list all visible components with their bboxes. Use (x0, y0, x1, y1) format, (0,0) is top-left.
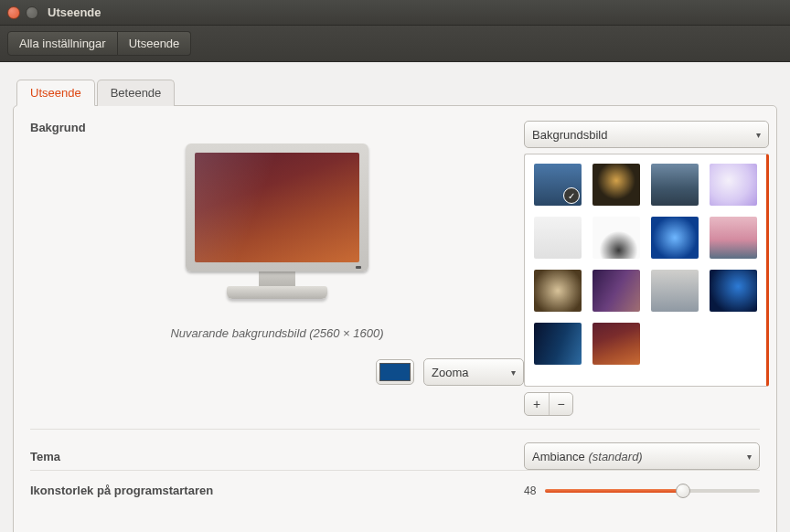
window-title: Utseende (48, 5, 101, 19)
theme-select[interactable]: Ambiance (standard) ▾ (524, 442, 760, 470)
icon-size-label: Ikonstorlek på programstartaren (30, 484, 524, 497)
wallpaper-thumb[interactable] (651, 164, 699, 206)
tabs: Utseende Beteende (16, 79, 777, 105)
wallpaper-source-select[interactable]: Bakgrundsbild ▾ (524, 121, 769, 148)
tab-look[interactable]: Utseende (16, 80, 95, 106)
color-swatch (379, 363, 411, 381)
wallpaper-thumb[interactable] (592, 270, 640, 312)
wallpaper-thumb[interactable] (651, 270, 699, 312)
all-settings-button[interactable]: Alla inställningar (7, 31, 118, 56)
monitor-frame (186, 144, 368, 271)
toolbar: Alla inställningar Utseende (0, 26, 790, 62)
remove-wallpaper-button[interactable]: − (549, 393, 572, 415)
background-caption: Nuvarande bakgrundsbild (2560 × 1600) (170, 326, 383, 340)
minimize-button[interactable] (26, 6, 38, 19)
wallpaper-thumb[interactable] (534, 217, 582, 259)
slider-thumb[interactable] (676, 484, 690, 498)
titlebar: Utseende (0, 0, 790, 26)
wallpaper-thumb[interactable] (651, 217, 699, 259)
tab-behavior[interactable]: Beteende (97, 80, 176, 106)
wallpaper-source-value: Bakgrundsbild (532, 128, 607, 142)
chevron-down-icon: ▾ (756, 130, 761, 140)
monitor-stand-neck (259, 270, 295, 286)
add-wallpaper-button[interactable]: + (525, 393, 549, 415)
wallpaper-thumb[interactable] (592, 217, 640, 259)
breadcrumb-current[interactable]: Utseende (118, 31, 192, 56)
chevron-down-icon: ▾ (511, 367, 516, 378)
wallpaper-thumb[interactable] (534, 270, 582, 312)
background-label: Bakgrund (30, 121, 524, 134)
theme-label: Tema (30, 450, 524, 463)
add-remove-group: + − (524, 392, 573, 416)
zoom-select[interactable]: Zooma ▾ (423, 358, 524, 386)
window-controls (7, 6, 38, 19)
wallpaper-grid (534, 164, 757, 365)
icon-size-row: Ikonstorlek på programstartaren 48 (30, 470, 760, 497)
monitor-led-icon (356, 266, 361, 269)
monitor-preview: Nuvarande bakgrundsbild (2560 × 1600) (30, 144, 524, 340)
theme-select-value: Ambiance (standard) (532, 450, 643, 463)
theme-row: Tema Ambiance (standard) ▾ (30, 429, 760, 470)
icon-size-value: 48 (524, 484, 536, 497)
wallpaper-grid-frame (524, 154, 769, 387)
wallpaper-thumb[interactable] (710, 164, 757, 206)
zoom-select-value: Zooma (432, 366, 468, 379)
monitor-screen (195, 153, 359, 262)
content: Utseende Beteende Bakgrund Nuvarande bak… (0, 62, 790, 532)
wallpaper-thumb[interactable] (710, 270, 757, 312)
look-panel: Bakgrund Nuvarande bakgrundsbild (2560 ×… (13, 105, 777, 532)
color-swatch-button[interactable] (376, 359, 414, 385)
wallpaper-thumb[interactable] (710, 217, 757, 259)
wallpaper-thumb[interactable] (592, 323, 640, 365)
monitor-stand-base (227, 286, 327, 299)
wallpaper-thumb[interactable] (534, 323, 582, 365)
close-button[interactable] (7, 6, 20, 19)
slider-fill (545, 489, 682, 493)
icon-size-slider[interactable] (545, 489, 760, 493)
wallpaper-thumb[interactable] (534, 164, 582, 206)
chevron-down-icon: ▾ (747, 452, 752, 462)
wallpaper-thumb[interactable] (592, 164, 640, 206)
